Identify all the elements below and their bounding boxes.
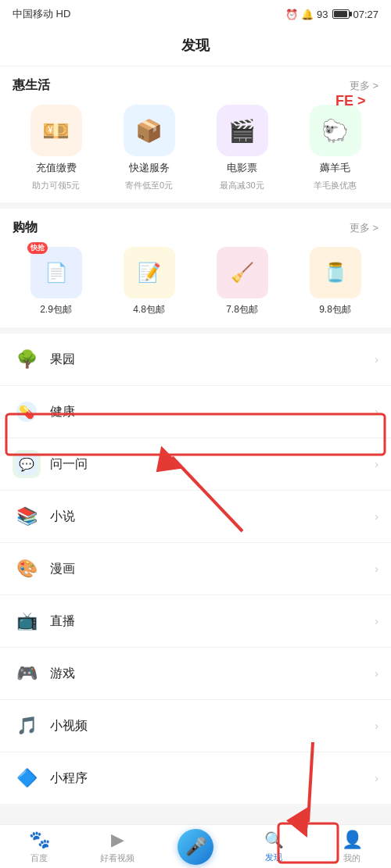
miniapp-chevron: › bbox=[375, 772, 378, 784]
express-label: 快递服务 bbox=[129, 161, 170, 175]
shopping-section: 购物 更多 > 快抢 📄 2.9包邮 📝 4.8包邮 🧹 7.8包邮 🫙 bbox=[0, 209, 391, 327]
bottom-nav: 🐾 百度 ▶ 好看视频 🎤 🔍 发现 👤 我的 bbox=[0, 824, 391, 868]
svg-text:💊: 💊 bbox=[19, 405, 34, 420]
carrier-text: 中国移动 HD bbox=[13, 7, 70, 21]
silent-icon: 🔔 bbox=[301, 9, 314, 20]
shop-img-1: 快抢 📄 bbox=[30, 247, 82, 298]
page-header: 发现 bbox=[0, 28, 391, 66]
shop-price-1: 2.9包邮 bbox=[40, 303, 72, 316]
video-label: 小视频 bbox=[50, 718, 375, 734]
health-chevron: › bbox=[375, 405, 378, 418]
mine-icon: 👤 bbox=[342, 830, 363, 850]
movie-sublabel: 最高减30元 bbox=[220, 180, 264, 191]
recharge-sublabel: 助力可领5元 bbox=[32, 180, 80, 191]
discover-label: 发现 bbox=[265, 852, 282, 863]
recharge-label: 充值缴费 bbox=[36, 161, 77, 175]
ask-chevron: › bbox=[375, 458, 378, 470]
haokan-label: 好看视频 bbox=[100, 852, 135, 864]
shop-img-3: 🧹 bbox=[217, 247, 268, 298]
list-item-novel[interactable]: 📚 小说 › bbox=[0, 491, 391, 543]
manga-label: 漫画 bbox=[50, 561, 375, 577]
baidu-label: 百度 bbox=[30, 852, 48, 864]
orchard-icon: 🌳 bbox=[13, 345, 41, 373]
movie-label: 电影票 bbox=[227, 161, 257, 175]
game-label: 游戏 bbox=[50, 666, 375, 682]
orchard-label: 果园 bbox=[50, 352, 375, 368]
shopping-title: 购物 bbox=[13, 220, 38, 236]
wool-label: 薅羊毛 bbox=[320, 161, 350, 175]
hsh-item-express[interactable]: 📦 快递服务 寄件低至0元 bbox=[106, 105, 192, 191]
nav-mic[interactable]: 🎤 bbox=[156, 829, 235, 865]
wool-sublabel: 羊毛换优惠 bbox=[314, 180, 357, 191]
status-bar: 中国移动 HD ⏰ 🔔 93 07:27 bbox=[0, 0, 391, 28]
hsh-item-recharge[interactable]: 💴 充值缴费 助力可领5元 bbox=[13, 105, 99, 191]
nav-haokan[interactable]: ▶ 好看视频 bbox=[78, 825, 156, 868]
shop-img-4: 🫙 bbox=[310, 247, 361, 298]
video-chevron: › bbox=[375, 720, 378, 732]
battery-text: 93 bbox=[317, 9, 328, 20]
shop-item-1[interactable]: 快抢 📄 2.9包邮 bbox=[13, 247, 99, 316]
health-label: 健康 bbox=[50, 404, 375, 420]
mine-label: 我的 bbox=[343, 852, 361, 864]
live-chevron: › bbox=[375, 615, 378, 627]
shopping-header: 购物 更多 > bbox=[13, 220, 378, 236]
ask-label: 问一问 bbox=[50, 456, 375, 473]
shop-badge-1: 快抢 bbox=[27, 242, 48, 254]
list-item-ask[interactable]: 💬 问一问 › bbox=[0, 438, 391, 491]
list-item-video[interactable]: 🎵 小视频 › bbox=[0, 700, 391, 752]
orchard-chevron: › bbox=[375, 353, 378, 366]
huishenghu-more[interactable]: 更多 > bbox=[350, 79, 378, 93]
novel-icon: 📚 bbox=[13, 502, 41, 530]
manga-icon: 🎨 bbox=[13, 555, 41, 583]
game-icon: 🎮 bbox=[13, 659, 41, 688]
main-content: 惠生活 更多 > 💴 充值缴费 助力可领5元 📦 快递服务 寄件低至0元 🎬 电… bbox=[0, 66, 391, 828]
miniapp-label: 小程序 bbox=[50, 770, 375, 787]
list-item-game[interactable]: 🎮 游戏 › bbox=[0, 648, 391, 700]
wool-icon: 🐑 bbox=[310, 105, 361, 156]
movie-icon: 🎬 bbox=[217, 105, 268, 156]
shop-price-4: 9.8包邮 bbox=[319, 303, 351, 316]
express-icon: 📦 bbox=[124, 105, 175, 156]
ask-icon: 💬 bbox=[13, 450, 41, 478]
novel-chevron: › bbox=[375, 510, 378, 523]
nav-mine[interactable]: 👤 我的 bbox=[313, 825, 391, 868]
mic-button[interactable]: 🎤 bbox=[178, 829, 213, 865]
hsh-item-wool[interactable]: 🐑 薅羊毛 羊毛换优惠 bbox=[292, 105, 378, 191]
novel-label: 小说 bbox=[50, 509, 375, 525]
miniapp-icon: 🔷 bbox=[13, 764, 41, 792]
svg-text:💬: 💬 bbox=[19, 457, 34, 472]
shop-price-3: 7.8包邮 bbox=[226, 303, 258, 316]
nav-baidu[interactable]: 🐾 百度 bbox=[0, 825, 78, 868]
time-text: 07:27 bbox=[353, 9, 378, 20]
live-label: 直播 bbox=[50, 613, 375, 630]
manga-chevron: › bbox=[375, 563, 378, 575]
huishenghu-grid: 💴 充值缴费 助力可领5元 📦 快递服务 寄件低至0元 🎬 电影票 最高减30元… bbox=[13, 105, 378, 191]
shop-item-2[interactable]: 📝 4.8包邮 bbox=[106, 247, 192, 316]
discover-icon: 🔍 bbox=[264, 830, 284, 849]
list-item-orchard[interactable]: 🌳 果园 › bbox=[0, 334, 391, 386]
huishenghu-header: 惠生活 更多 > bbox=[13, 77, 378, 94]
feature-list: 🌳 果园 › 💊 健康 › 💬 问一问 › bbox=[0, 334, 391, 804]
game-chevron: › bbox=[375, 667, 378, 680]
shop-item-4[interactable]: 🫙 9.8包邮 bbox=[292, 247, 378, 316]
huishenghu-section: 惠生活 更多 > 💴 充值缴费 助力可领5元 📦 快递服务 寄件低至0元 🎬 电… bbox=[0, 66, 391, 202]
shop-item-3[interactable]: 🧹 7.8包邮 bbox=[199, 247, 285, 316]
list-item-manga[interactable]: 🎨 漫画 › bbox=[0, 543, 391, 595]
express-sublabel: 寄件低至0元 bbox=[125, 180, 173, 191]
status-right: ⏰ 🔔 93 07:27 bbox=[285, 9, 378, 20]
huishenghu-title: 惠生活 bbox=[13, 77, 50, 94]
shop-img-2: 📝 bbox=[124, 247, 175, 298]
alarm-icon: ⏰ bbox=[285, 9, 298, 20]
baidu-icon: 🐾 bbox=[29, 830, 50, 850]
live-icon: 📺 bbox=[13, 607, 41, 635]
list-item-miniapp[interactable]: 🔷 小程序 › bbox=[0, 752, 391, 804]
nav-discover[interactable]: 🔍 发现 bbox=[235, 825, 313, 868]
list-item-health[interactable]: 💊 健康 › bbox=[0, 386, 391, 438]
haokan-icon: ▶ bbox=[111, 830, 124, 850]
shopping-grid: 快抢 📄 2.9包邮 📝 4.8包邮 🧹 7.8包邮 🫙 9.8包邮 bbox=[13, 247, 378, 316]
shopping-more[interactable]: 更多 > bbox=[350, 221, 378, 235]
shop-price-2: 4.8包邮 bbox=[133, 303, 165, 316]
hsh-item-movie[interactable]: 🎬 电影票 最高减30元 bbox=[199, 105, 285, 191]
health-icon: 💊 bbox=[13, 398, 41, 426]
list-item-live[interactable]: 📺 直播 › bbox=[0, 595, 391, 648]
